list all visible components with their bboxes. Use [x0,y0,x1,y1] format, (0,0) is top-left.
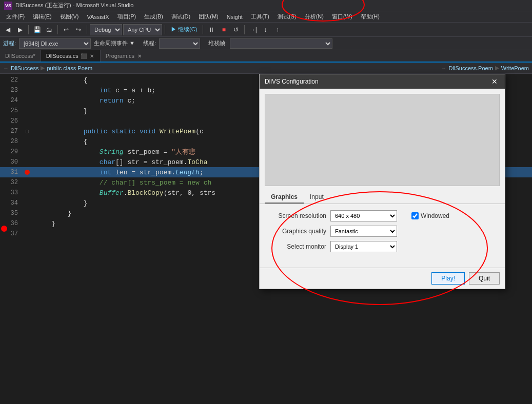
sep5 [203,25,203,34]
debug-config-select[interactable]: Debug [90,24,122,35]
dllvs-config-dialog[interactable]: DllVS Configuration ✕ Graphics Input Scr… [259,74,505,289]
line-indicator-27: ▢ [23,128,31,134]
breakpoint-31 [25,170,30,175]
menu-help[interactable]: 帮助(H) [357,12,384,22]
line-content-26 [33,117,40,125]
line-num-28: 28 [0,138,23,145]
menu-view[interactable]: 视图(V) [56,12,83,22]
sep6 [244,25,245,34]
menu-build[interactable]: 生成(B) [140,12,167,22]
thread-select[interactable] [159,38,200,49]
monitor-label: Select monitor [265,243,326,250]
line-content-22: { [33,76,87,84]
pause-btn[interactable]: ⏸ [206,24,217,35]
menu-debug[interactable]: 调试(D) [167,12,194,22]
lifecycle-label[interactable]: 生命周期事件 ▼ [94,39,135,47]
step-out-btn[interactable]: ↑ [272,24,283,35]
dialog-preview [265,94,500,186]
monitor-select[interactable]: Display 1 [330,241,397,252]
tab-bar: DllSuccess* DllSucess.cs ⬛ ✕ Program.cs … [0,50,532,63]
process-select[interactable]: [6948] Dll.exe [19,38,91,49]
dialog-row-resolution: Screen resolution 640 x 480 Windowed [265,210,500,221]
breadcrumb-right[interactable]: public class Poem [47,65,92,71]
undo-btn[interactable]: ↩ [61,24,72,35]
line-num-26: 26 [0,117,23,125]
dialog-row-monitor: Select monitor Display 1 [265,241,500,252]
stack-select[interactable] [230,38,332,49]
menu-tools[interactable]: 工具(T) [247,12,273,22]
menu-team[interactable]: 团队(M) [194,12,223,22]
line-content-29: String str_poem = "人有悲 [33,147,195,156]
line-num-30: 30 [0,158,23,166]
save-btn[interactable]: 💾 [31,24,43,35]
menu-edit[interactable]: 编辑(E) [29,12,56,22]
tab-program-cs[interactable]: Program.cs ✕ [101,50,148,62]
line-content-35: } [33,210,71,217]
windowed-checkbox[interactable] [411,212,419,219]
menu-nsight[interactable]: Nsight [223,13,247,21]
quit-button[interactable]: Quit [469,272,500,285]
line-content-28: { [33,138,87,146]
line-content-32: // char[] strs_poem = new ch [33,179,211,187]
line-num-32: 32 [0,179,23,186]
line-num-34: 34 [0,199,23,207]
play-button[interactable]: Play! [431,272,465,285]
main-toolbar: ◀ ▶ 💾 🗂 ↩ ↪ Debug Any CPU ▶ 继续(C) ⏸ ■ ↺ … [0,23,532,37]
line-indicator-31 [23,170,31,175]
breadcrumb2-left[interactable]: DllSuccess.Poem [449,65,493,71]
menu-project[interactable]: 项目(P) [113,12,141,22]
dialog-title-text: DllVS Configuration [265,78,319,85]
platform-select[interactable]: Any CPU [123,24,162,35]
resolution-select[interactable]: 640 x 480 [330,210,397,221]
breadcrumb2-right[interactable]: WritePoem [501,65,529,71]
line-num-23: 23 [0,87,23,94]
quality-select[interactable]: Fantastic [330,226,397,237]
restart-btn[interactable]: ↺ [230,24,242,35]
line-num-25: 25 [0,107,23,114]
dialog-tab-input[interactable]: Input [304,191,330,204]
menu-window[interactable]: 窗口(W) [328,12,357,22]
line-content-37 [33,230,40,238]
redo-btn[interactable]: ↪ [73,24,84,35]
menu-analyze[interactable]: 分析(N) [301,12,328,22]
sep3 [87,25,87,34]
breadcrumb-left[interactable]: DllSuccess [11,65,38,71]
menu-vassistx[interactable]: VAssistX [83,13,113,21]
menu-test[interactable]: 测试(S) [273,12,301,22]
line-content-30: char[] str = str_poem.ToCha [33,158,208,166]
stack-label: 堆栈帧: [208,39,227,47]
line-num-35: 35 [0,210,23,217]
continue-btn[interactable]: ▶ 继续(C) [168,24,200,35]
step-into-btn[interactable]: ↓ [260,24,271,35]
dialog-title-bar: DllVS Configuration ✕ [260,74,505,89]
menu-bar: 文件(F) 编辑(E) 视图(V) VAssistX 项目(P) 生成(B) 调… [0,11,532,23]
tab-dllsuccess[interactable]: DllSuccess* [0,50,41,62]
windowed-label: Windowed [421,212,449,219]
line-num-29: 29 [0,148,23,155]
tab-close-program[interactable]: ✕ [136,53,143,59]
back-btn[interactable]: ◀ [2,24,13,35]
tab-close-dllsucess[interactable]: ✕ [89,53,95,59]
save-all-btn[interactable]: 🗂 [44,24,55,35]
step-over-btn[interactable]: →| [247,24,259,35]
line-content-23: int c = a + b; [33,87,155,94]
line-content-36: } [33,220,55,228]
line-content-31: int len = str_poem.Length; [33,169,204,176]
dialog-tab-graphics[interactable]: Graphics [265,191,304,204]
dialog-footer: Play! Quit [260,268,505,289]
line-num-24: 24 [0,97,23,104]
process-bar: 进程: [6948] Dll.exe 生命周期事件 ▼ 线程: 堆栈帧: [0,37,532,50]
tab-modified-icon: ⬛ [81,53,87,59]
forward-btn[interactable]: ▶ [14,24,26,35]
title-bar: VS DllSuccess (正在运行) - Microsoft Visual … [0,0,532,11]
windowed-area: Windowed [411,212,449,219]
dialog-close-button[interactable]: ✕ [489,77,500,86]
line-num-27: 27 [0,128,23,135]
tab-dllsucess-cs[interactable]: DllSucess.cs ⬛ ✕ [41,50,101,62]
sep4 [165,25,165,34]
line-content-34: } [33,199,87,207]
breadcrumb-arrow-left: → [3,65,9,71]
tab-dllsuccess-label: DllSuccess* [5,53,35,59]
menu-file[interactable]: 文件(F) [2,12,29,22]
stop-btn[interactable]: ■ [218,24,229,35]
